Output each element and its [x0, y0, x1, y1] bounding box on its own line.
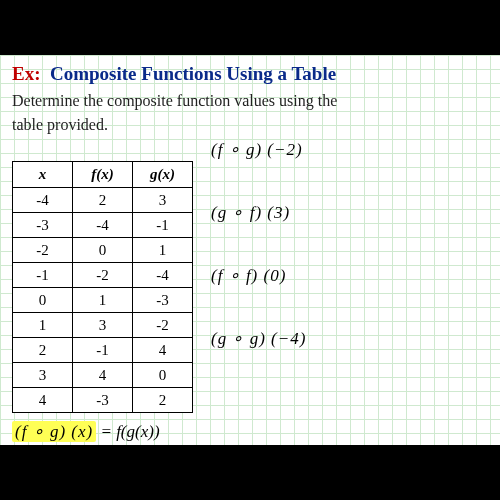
formula-lhs: (f ∘ g) (x) — [12, 421, 96, 442]
table-row: -3-4-1 — [13, 213, 193, 238]
table-cell: 1 — [13, 313, 73, 338]
title-main: Composite Functions Using a Table — [50, 63, 336, 84]
table-cell: -1 — [13, 263, 73, 288]
table-row: 2-14 — [13, 338, 193, 363]
video-letterbox-top — [0, 0, 500, 55]
problem-1: (f ∘ g) (−2) — [211, 139, 488, 160]
table-cell: 1 — [133, 238, 193, 263]
table-cell: 3 — [73, 313, 133, 338]
problem-2: (g ∘ f) (3) — [211, 202, 488, 223]
formula-rhs: = f(g(x)) — [100, 422, 159, 441]
table-cell: -2 — [73, 263, 133, 288]
table-row: -423 — [13, 188, 193, 213]
table-cell: 4 — [73, 363, 133, 388]
table-row: 4-32 — [13, 388, 193, 413]
table-cell: -2 — [133, 313, 193, 338]
function-table: x f(x) g(x) -423-3-4-1-201-1-2-401-313-2… — [12, 161, 193, 413]
table-row: -1-2-4 — [13, 263, 193, 288]
composite-formula: (f ∘ g) (x) = f(g(x)) — [12, 421, 488, 442]
table-cell: -4 — [73, 213, 133, 238]
instruction-line2: table provided. — [12, 115, 488, 135]
table-cell: -3 — [73, 388, 133, 413]
table-cell: 3 — [133, 188, 193, 213]
table-cell: 3 — [13, 363, 73, 388]
table-cell: -4 — [133, 263, 193, 288]
video-letterbox-bottom — [0, 445, 500, 500]
table-cell: -3 — [13, 213, 73, 238]
table-cell: 2 — [13, 338, 73, 363]
problem-list: (f ∘ g) (−2) (g ∘ f) (3) (f ∘ f) (0) (g … — [211, 139, 488, 413]
table-row: 340 — [13, 363, 193, 388]
table-row: -201 — [13, 238, 193, 263]
col-fx: f(x) — [73, 162, 133, 188]
instruction-line1: Determine the composite function values … — [12, 91, 488, 111]
table-cell: -1 — [133, 213, 193, 238]
table-cell: 4 — [133, 338, 193, 363]
problem-4: (g ∘ g) (−4) — [211, 328, 488, 349]
table-cell: 0 — [13, 288, 73, 313]
table-cell: -2 — [13, 238, 73, 263]
table-cell: 0 — [133, 363, 193, 388]
table-cell: 0 — [73, 238, 133, 263]
slide-content: Ex: Composite Functions Using a Table De… — [0, 55, 500, 445]
table-cell: -3 — [133, 288, 193, 313]
col-x: x — [13, 162, 73, 188]
table-cell: -4 — [13, 188, 73, 213]
table-cell: -1 — [73, 338, 133, 363]
problem-3: (f ∘ f) (0) — [211, 265, 488, 286]
table-header-row: x f(x) g(x) — [13, 162, 193, 188]
table-row: 01-3 — [13, 288, 193, 313]
col-gx: g(x) — [133, 162, 193, 188]
table-row: 13-2 — [13, 313, 193, 338]
title-prefix: Ex: — [12, 63, 41, 84]
table-cell: 2 — [73, 188, 133, 213]
table-cell: 1 — [73, 288, 133, 313]
table-cell: 2 — [133, 388, 193, 413]
table-cell: 4 — [13, 388, 73, 413]
slide-title: Ex: Composite Functions Using a Table — [12, 63, 488, 85]
